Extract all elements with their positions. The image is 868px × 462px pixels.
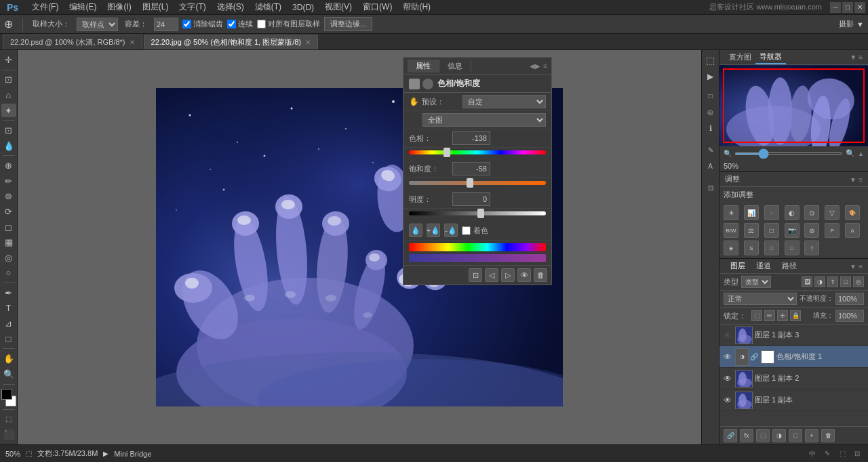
sample-all-layers-checkbox[interactable]: [257, 20, 266, 28]
menu-view[interactable]: 视图(V): [319, 0, 357, 14]
adj-icon-exposure[interactable]: ◐: [785, 205, 800, 220]
adj-icon-channelmixer[interactable]: □: [764, 223, 779, 238]
tool-dodge[interactable]: ○: [1, 266, 16, 280]
prop-footer-eye[interactable]: 👁: [517, 268, 531, 282]
tool-history-brush[interactable]: ⟳: [1, 205, 16, 219]
prop-tool-eyedropper[interactable]: 💧: [409, 224, 422, 237]
prop-sat-input[interactable]: [452, 162, 490, 175]
prop-tool-eyedropper-minus[interactable]: -💧: [444, 224, 458, 237]
layer-item-1[interactable]: 👁 ◑ 🔗 色相/饱和度 1: [719, 346, 868, 368]
close-button[interactable]: ✕: [854, 2, 865, 13]
adj-icon-threshold[interactable]: Δ: [845, 223, 860, 238]
lock-move[interactable]: ✛: [777, 310, 788, 321]
top-right-btn-7[interactable]: A: [703, 159, 718, 173]
menu-text[interactable]: 文字(T): [174, 0, 211, 14]
layer-item-3[interactable]: 👁 图层 1 副本: [719, 390, 868, 411]
menu-window[interactable]: 窗口(W): [357, 0, 397, 14]
prop-footer-delete[interactable]: 🗑: [534, 268, 547, 282]
menu-select[interactable]: 选择(S): [212, 0, 250, 14]
prop-tab-info[interactable]: 信息: [439, 60, 471, 72]
top-right-btn-1[interactable]: ⬚: [703, 53, 718, 68]
status-icon-1[interactable]: 中: [807, 448, 818, 459]
adj-icon-gradmap[interactable]: ◈: [724, 240, 738, 255]
top-right-btn-3[interactable]: □: [703, 88, 718, 103]
adj-icon-bw[interactable]: B/W: [724, 223, 738, 238]
menu-3d[interactable]: 3D(D): [287, 1, 319, 14]
tab-jpg[interactable]: 22.20.jpg @ 50% (色相/饱和度 1, 图层蒙版/8) ✕: [144, 35, 318, 49]
adj-icon-curves[interactable]: ~: [764, 205, 779, 220]
adj-icon-hsl[interactable]: ▽: [825, 205, 840, 220]
menu-layer[interactable]: 图层(L): [137, 0, 174, 14]
mini-bridge-label[interactable]: Mini Bridge: [114, 450, 151, 458]
status-arrow[interactable]: ▶: [103, 450, 108, 457]
layers-menu[interactable]: ≡: [859, 263, 863, 270]
layers-adj-btn[interactable]: ◑: [772, 429, 786, 442]
status-icon-2[interactable]: ✎: [822, 448, 833, 459]
prop-footer-prev[interactable]: ◁: [485, 268, 498, 282]
layers-collapse[interactable]: ▼: [850, 263, 856, 270]
canvas-area[interactable]: 属性 信息 ◀▶ ≡ 色相/饱和度 ✋ 预设： 自: [18, 50, 701, 444]
adj-icon-colorbalance[interactable]: 🎨: [845, 205, 860, 220]
adj-icon-invert[interactable]: ⊘: [804, 223, 819, 238]
tool-path-select[interactable]: ⊿: [1, 316, 16, 331]
lock-all[interactable]: 🔒: [790, 310, 801, 321]
layer-filter-shape[interactable]: □: [840, 276, 851, 287]
prop-light-track[interactable]: [409, 211, 546, 215]
prop-hue-input[interactable]: [452, 131, 490, 145]
nav-zoom-out-icon[interactable]: 🔍: [724, 150, 732, 157]
minimize-button[interactable]: ─: [830, 2, 841, 13]
layers-group-btn[interactable]: □: [789, 429, 802, 442]
menu-image[interactable]: 图像(I): [102, 0, 136, 14]
prop-hue-track[interactable]: [409, 150, 546, 154]
prop-sat-handle[interactable]: [467, 178, 473, 188]
tool-crop[interactable]: ⊡: [1, 123, 16, 138]
tool-magic-wand[interactable]: ✦: [1, 104, 16, 118]
workspace-arrow[interactable]: ▼: [856, 20, 864, 28]
prop-preset-select[interactable]: 自定: [462, 95, 546, 108]
menu-filter[interactable]: 滤镜(T): [250, 0, 287, 14]
contiguous-checkbox[interactable]: [227, 20, 236, 28]
tool-zoom[interactable]: 🔍: [1, 367, 16, 381]
tool-hand[interactable]: ✋: [1, 352, 16, 366]
status-icon-4[interactable]: ⊡: [852, 448, 863, 459]
antialias-checkbox-label[interactable]: 消除锯齿: [182, 19, 223, 29]
layer-filter-smart[interactable]: ◎: [853, 276, 864, 287]
channels-tab[interactable]: 通道: [751, 259, 776, 272]
adj-icon-extra2[interactable]: □: [785, 240, 800, 255]
tool-brush[interactable]: ✏: [1, 174, 16, 188]
prop-colorize-checkbox[interactable]: [462, 226, 471, 235]
nav-zoom-triangle[interactable]: ▲: [858, 150, 864, 157]
top-right-play[interactable]: ▶: [703, 69, 718, 84]
prop-eye-icon[interactable]: [422, 79, 433, 89]
nav-collapse[interactable]: ▼: [850, 54, 856, 61]
tool-spot-heal[interactable]: ⊕: [1, 159, 16, 173]
paths-tab[interactable]: 路径: [776, 259, 802, 272]
menu-help[interactable]: 帮助(H): [397, 0, 436, 14]
tab-psd-close[interactable]: ✕: [130, 39, 135, 46]
histogram-tab[interactable]: 直方图: [725, 51, 755, 64]
tool-screen-mode[interactable]: ⬛: [1, 427, 16, 442]
nav-preview[interactable]: [719, 65, 868, 146]
tool-lasso[interactable]: ⌂: [1, 88, 16, 102]
tolerance-input[interactable]: [154, 18, 178, 31]
prop-sat-track[interactable]: [409, 181, 546, 185]
prop-footer-next[interactable]: ▷: [501, 268, 515, 282]
top-right-btn-4[interactable]: ◎: [703, 104, 718, 119]
tool-eyedropper[interactable]: 💧: [1, 139, 16, 153]
adj-icon-levels[interactable]: 📊: [744, 205, 759, 220]
adj-icon-extra3[interactable]: T: [804, 240, 819, 255]
foreground-color-box[interactable]: [1, 389, 12, 400]
adj-icon-vibrance[interactable]: ⊙: [804, 205, 819, 220]
prop-light-handle[interactable]: [477, 209, 484, 218]
layer-1-mask[interactable]: [761, 350, 774, 364]
tool-eraser[interactable]: ◻: [1, 220, 16, 234]
prop-hue-handle[interactable]: [443, 148, 450, 157]
layers-mask-btn[interactable]: ⬚: [756, 429, 770, 442]
prop-channel-select[interactable]: 全图: [422, 113, 546, 127]
layer-filter-adj[interactable]: ◑: [814, 276, 825, 287]
prop-panel-expand[interactable]: ◀▶: [530, 62, 540, 70]
nav-zoom-slider[interactable]: [734, 152, 843, 155]
tool-quick-mask[interactable]: ⬚: [1, 413, 16, 427]
tool-gradient[interactable]: ▦: [1, 235, 16, 249]
top-right-info-btn[interactable]: ℹ: [703, 121, 718, 135]
